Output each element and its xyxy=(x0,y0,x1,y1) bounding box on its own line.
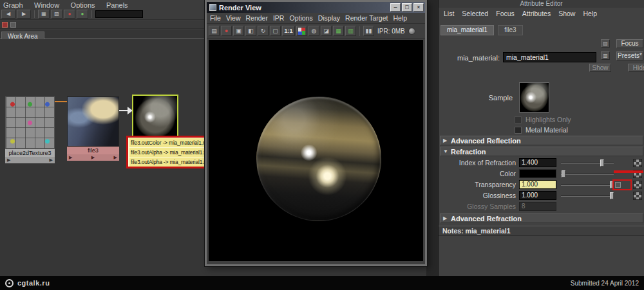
exposure-icon[interactable]: ◪ xyxy=(321,26,332,36)
slider-track[interactable] xyxy=(561,163,614,164)
render-view-titlebar[interactable]: Render View – □ × xyxy=(207,2,425,13)
mini-gray-icon[interactable] xyxy=(10,22,16,28)
ratio-1-1-button[interactable]: 1:1 xyxy=(282,26,295,36)
rearrange-graph-icon[interactable]: ● xyxy=(77,10,88,19)
slider-track[interactable] xyxy=(561,185,614,186)
transparency-slider[interactable] xyxy=(561,181,614,189)
attribute-editor-title: Attribute Editor xyxy=(439,0,644,8)
menu-ipr[interactable]: IPR xyxy=(273,14,285,22)
filter-input[interactable] xyxy=(95,10,143,18)
metal-material-checkbox[interactable] xyxy=(515,127,522,134)
copy-tab-icon[interactable]: ▤ xyxy=(601,39,610,48)
alpha-channel-icon[interactable]: ◍ xyxy=(308,26,319,36)
pause-ipr-icon[interactable]: ▮▮ xyxy=(363,26,374,36)
node-file3-swatch[interactable] xyxy=(67,96,119,147)
glossiness-field[interactable]: 1.000 xyxy=(519,191,556,200)
material-name-input[interactable] xyxy=(503,52,596,62)
menu-render[interactable]: Render xyxy=(246,14,268,22)
port-arrow-icon[interactable]: ▶ xyxy=(114,155,117,160)
slider-track[interactable] xyxy=(561,174,614,175)
menu-options[interactable]: Options xyxy=(289,14,312,22)
menu-focus[interactable]: Focus xyxy=(496,10,515,17)
menu-help[interactable]: Help xyxy=(393,14,407,22)
maximize-button[interactable]: □ xyxy=(402,3,412,12)
slider-track[interactable] xyxy=(561,195,614,197)
menu-selected[interactable]: Selected xyxy=(462,10,488,17)
texture-map-button[interactable] xyxy=(633,192,642,200)
hide-button[interactable]: Hide xyxy=(628,64,644,72)
render-canvas[interactable] xyxy=(209,40,423,261)
show-list-icon[interactable]: ▥ xyxy=(601,51,610,60)
metal-material-row: Metal Material xyxy=(515,126,568,134)
node-file3-label[interactable]: file3 xyxy=(67,147,119,154)
node-place2dtexture3-swatch[interactable] xyxy=(5,96,55,149)
node-place2dtexture3-ports[interactable]: ▶ ▶ xyxy=(5,157,55,163)
annotation-red-line xyxy=(614,170,643,173)
snapshot-icon[interactable]: ◧ xyxy=(245,26,256,36)
menu-display[interactable]: Display xyxy=(318,14,340,22)
attr-label: Transparency xyxy=(439,181,516,188)
menu-render-target[interactable]: Render Target xyxy=(345,14,388,22)
window-title: Render View xyxy=(219,4,261,12)
menu-attributes[interactable]: Attributes xyxy=(522,10,551,17)
material-sample-swatch[interactable] xyxy=(519,82,549,113)
port-arrow-icon[interactable]: ▶ xyxy=(69,155,72,160)
index-of-refraction-slider[interactable] xyxy=(561,159,614,167)
attr-label: Index of Refraction xyxy=(439,159,516,167)
attr-label: Color xyxy=(439,170,516,177)
show-button[interactable]: Show xyxy=(589,64,611,72)
color-slider[interactable] xyxy=(561,170,614,178)
slider-handle[interactable] xyxy=(600,159,604,167)
region-render-icon[interactable]: ▢ xyxy=(270,26,281,36)
render-view-window: Render View – □ × File View Render IPR O… xyxy=(205,0,427,266)
section-advanced-reflection[interactable]: ▶ Advanced Reflection xyxy=(440,136,643,145)
rgb-channels-icon[interactable] xyxy=(296,26,307,36)
color-swatch[interactable] xyxy=(519,169,556,178)
minimize-button[interactable]: – xyxy=(390,3,401,12)
glossy-samples-field: 8 xyxy=(519,202,556,211)
redo-previous-render-icon[interactable]: ● xyxy=(221,26,232,36)
presets-button[interactable]: Presets* xyxy=(616,51,643,60)
clear-graph-icon[interactable]: ● xyxy=(64,10,75,19)
attribute-editor-tabs: mia_material1 file3 xyxy=(439,23,644,34)
node-place2dtexture3-label[interactable]: place2dTexture3 xyxy=(5,149,55,157)
node-mia-material1-swatch[interactable] xyxy=(132,95,178,140)
section-advanced-refraction[interactable]: ▶ Advanced Refraction xyxy=(440,213,643,223)
menu-list[interactable]: List xyxy=(444,10,454,17)
slider-handle[interactable] xyxy=(562,170,565,177)
highlights-only-checkbox[interactable] xyxy=(515,116,522,123)
open-image-icon[interactable]: ▤ xyxy=(209,26,220,36)
menu-file[interactable]: File xyxy=(210,14,221,22)
list-layout-icon[interactable]: ▧ xyxy=(51,10,62,19)
submitted-date: Submitted 24 April 2012 xyxy=(571,280,639,287)
texture-map-button[interactable] xyxy=(633,159,642,167)
close-button[interactable]: × xyxy=(413,3,424,12)
tab-mia-material1[interactable]: mia_material1 xyxy=(440,25,494,35)
transparency-field[interactable]: 1.000 xyxy=(519,180,556,189)
render-current-frame-icon[interactable]: ▣ xyxy=(233,26,244,36)
back-button[interactable]: ◀ xyxy=(1,10,15,19)
port-arrow-icon[interactable]: ▶ xyxy=(50,158,53,163)
logo-text: cgtalk.ru xyxy=(17,279,50,287)
menu-view[interactable]: View xyxy=(226,14,241,22)
grid-layout-icon[interactable]: ▦ xyxy=(38,10,50,19)
slider-handle[interactable] xyxy=(610,192,614,199)
section-refraction[interactable]: ▼ Refraction xyxy=(440,147,643,156)
menu-show[interactable]: Show xyxy=(558,10,575,17)
menu-help[interactable]: Help xyxy=(583,10,597,17)
section-label: Refraction xyxy=(451,148,486,156)
render-settings-icon[interactable]: ▦ xyxy=(333,26,344,36)
texture-map-button[interactable] xyxy=(633,181,642,189)
forward-button[interactable]: ▶ xyxy=(17,10,31,19)
port-arrow-icon[interactable]: ▶ xyxy=(91,155,95,160)
focus-button[interactable]: Focus xyxy=(616,39,643,48)
ipr-render-icon[interactable]: ↻ xyxy=(258,26,269,36)
render-globals-icon[interactable]: ▥ xyxy=(345,26,356,36)
mini-red-icon[interactable] xyxy=(2,22,8,28)
tab-file3[interactable]: file3 xyxy=(498,25,522,35)
port-arrow-icon[interactable]: ▶ xyxy=(7,158,10,163)
map-connection-icon[interactable] xyxy=(615,182,621,188)
glossiness-slider[interactable] xyxy=(561,192,614,200)
node-file3-ports[interactable]: ▶ ▶ ▶ xyxy=(67,154,119,161)
index-of-refraction-field[interactable]: 1.400 xyxy=(519,158,556,167)
